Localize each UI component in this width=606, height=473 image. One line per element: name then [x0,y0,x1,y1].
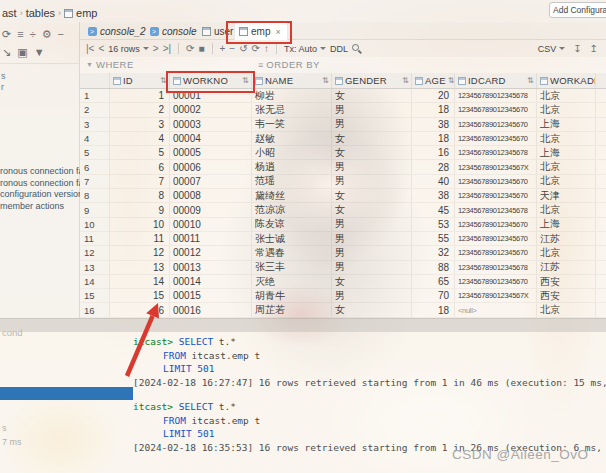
cell-age[interactable]: 88 [412,261,455,274]
sort-icon[interactable]: ⇅ [160,76,167,86]
cell-name[interactable]: 范瑶 [252,175,332,188]
cell-idcard[interactable]: 123456789012345670 [455,218,537,231]
stop-icon[interactable]: ■ [198,41,204,56]
tab-console-2[interactable]: console_2 × [84,22,146,40]
cell-idcard[interactable]: 12345678901234567X [455,160,537,173]
cell-name[interactable]: 韦一笑 [252,118,332,131]
cell-workno[interactable]: 00011 [170,232,252,245]
cell-num[interactable]: 13 [80,261,110,274]
add-configuration-button[interactable]: Add Configurati [549,2,606,18]
column-header-gender[interactable]: GENDER⇅ [332,73,412,88]
cell-idcard[interactable]: 123456789012345670 [455,175,537,188]
add-row-icon[interactable]: + [220,41,226,56]
cell-workno[interactable]: 00008 [170,189,252,202]
cell-id[interactable]: 14 [110,275,170,288]
cell-name[interactable]: 杨逍 [252,160,332,173]
cell-age[interactable]: 38 [412,118,455,131]
column-header-age[interactable]: AGE⇅ [412,73,455,88]
cell-age[interactable]: 20 [412,89,455,102]
cell-workno[interactable]: 00012 [170,246,252,259]
cell-num[interactable]: 7 [80,175,110,188]
cell-gender[interactable]: 男 [332,175,412,188]
page-size-selector[interactable]: 16 rows [108,44,149,54]
cell-gender[interactable]: 男 [332,118,412,131]
cell-gender[interactable]: 女 [332,189,412,202]
sort-icon[interactable]: ⇅ [527,76,534,86]
cell-name[interactable]: 赵敏 [252,132,332,145]
breadcrumb-item-schema[interactable]: ast [2,7,17,19]
cell-gender[interactable]: 男 [332,160,412,173]
cell-workaddress[interactable]: 西安 [537,289,596,302]
cell-workno[interactable]: 00009 [170,203,252,216]
cell-name[interactable]: 柳岩 [252,89,332,102]
cell-workaddress[interactable]: 北京 [537,160,596,173]
cell-id[interactable]: 8 [110,189,170,202]
cell-idcard[interactable]: 123456789012345678 [455,146,537,159]
cell-id[interactable]: 15 [110,289,170,302]
cell-age[interactable]: 65 [412,275,455,288]
cell-workno[interactable]: 00015 [170,289,252,302]
cell-workaddress[interactable]: 上海 [537,146,596,159]
cell-workno[interactable]: 00002 [170,103,252,116]
column-header-id[interactable]: ID⇅ [110,73,170,88]
filter-funnel-icon[interactable]: ▼ [34,45,45,59]
cell-workaddress[interactable]: 北京 [537,203,596,216]
cell-gender[interactable]: 男 [332,246,412,259]
cell-age[interactable]: 38 [412,189,455,202]
cell-idcard[interactable]: 123456789012345670 [455,118,537,131]
column-header-workno[interactable]: WORKNO⇅ [170,73,252,88]
cell-idcard[interactable]: 123456789012345670 [455,275,537,288]
cell-id[interactable]: 12 [110,246,170,259]
cell-workaddress[interactable]: 北京 [537,89,596,102]
tab-emp[interactable]: emp × [234,22,288,40]
cell-name[interactable]: 陈友谅 [252,218,332,231]
sort-icon[interactable]: ⇅ [402,76,409,86]
cell-idcard[interactable]: 123456789012345670 [455,246,537,259]
cell-gender[interactable]: 男 [332,261,412,274]
cell-workaddress[interactable]: 北京 [537,132,596,145]
cell-workaddress[interactable]: 北京 [537,103,596,116]
csv-format-selector[interactable]: CSV [538,44,566,54]
cell-workno[interactable]: 00005 [170,146,252,159]
cell-age[interactable]: 32 [412,246,455,259]
cell-workaddress[interactable]: 天津 [537,189,596,202]
sort-icon[interactable]: ⇅ [242,76,249,86]
export-data-icon[interactable]: ↧ [573,41,581,56]
cell-workno[interactable]: 00007 [170,175,252,188]
settings-gear-icon[interactable]: ⚙ [42,27,52,41]
first-page-icon[interactable]: |< [86,41,94,56]
cell-name[interactable]: 黛绮丝 [252,189,332,202]
cell-idcard[interactable]: 123456789012345670 [455,132,537,145]
cell-idcard[interactable]: 123456789012345670 [455,232,537,245]
cell-workaddress[interactable]: 上海 [537,218,596,231]
cell-workaddress[interactable]: 江苏 [537,232,596,245]
cell-idcard[interactable]: 123456789012345678 [455,203,537,216]
cell-gender[interactable]: 女 [332,89,412,102]
cell-gender[interactable]: 女 [332,275,412,288]
cell-num[interactable]: 10 [80,218,110,231]
revert-icon[interactable]: ↺ [239,41,247,56]
cell-id[interactable]: 1 [110,89,170,102]
cell-idcard[interactable]: <null> [455,303,537,316]
tab-console[interactable]: console × [146,22,198,40]
tx-mode-selector[interactable]: Tx: Auto [284,44,326,54]
cell-age[interactable]: 55 [412,232,455,245]
cell-id[interactable]: 4 [110,132,170,145]
cell-workaddress[interactable]: 北京 [537,246,596,259]
cell-age[interactable]: 53 [412,218,455,231]
cell-gender[interactable]: 女 [332,132,412,145]
cell-num[interactable]: 6 [80,160,110,173]
cell-id[interactable]: 3 [110,118,170,131]
cell-id[interactable]: 2 [110,103,170,116]
sync-icon[interactable]: ⟳ [2,27,11,41]
cell-num[interactable]: 12 [80,246,110,259]
cell-workno[interactable]: 00016 [170,303,252,316]
cell-workaddress[interactable]: 北京 [537,175,596,188]
cell-name[interactable]: 张三丰 [252,261,332,274]
column-header-workaddress[interactable]: WORKADDRESS⇅ [537,73,596,88]
order-by-filter-field[interactable]: ≡ ORDER BY [258,59,320,70]
cell-workno[interactable]: 00014 [170,275,252,288]
ddl-button[interactable]: DDL [330,44,348,54]
cell-id[interactable]: 9 [110,203,170,216]
cell-workaddress[interactable]: 江苏 [537,261,596,274]
